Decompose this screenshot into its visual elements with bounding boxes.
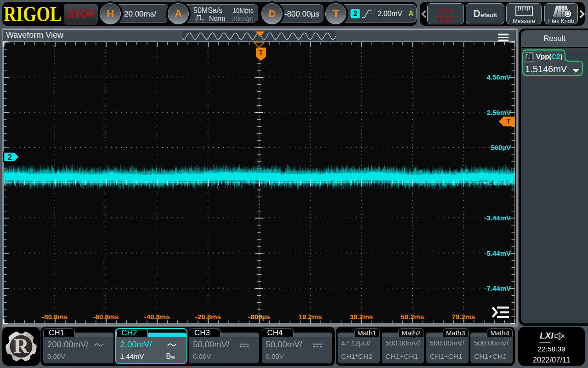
- svg-text:-80.8ms: -80.8ms: [42, 313, 68, 321]
- svg-text:-800µs: -800µs: [248, 313, 270, 321]
- svg-text:2: 2: [7, 153, 12, 162]
- svg-text:2.56mV: 2.56mV: [486, 109, 511, 116]
- svg-text:-20.8ms: -20.8ms: [195, 313, 221, 321]
- svg-text:-40.8ms: -40.8ms: [144, 313, 170, 321]
- svg-text:-3.44mV: -3.44mV: [484, 214, 511, 222]
- svg-text:R: R: [13, 334, 29, 358]
- svg-text:39.2ms: 39.2ms: [350, 313, 373, 321]
- svg-text:1.5146mV: 1.5146mV: [525, 64, 567, 74]
- svg-text:4.56mV: 4.56mV: [486, 73, 511, 81]
- svg-text:79.2ms: 79.2ms: [452, 313, 475, 321]
- svg-text:19.2ms: 19.2ms: [299, 313, 322, 321]
- svg-text:T: T: [259, 49, 263, 57]
- svg-text:-7.44mV: -7.44mV: [484, 284, 511, 292]
- svg-text:59.2ms: 59.2ms: [401, 313, 424, 321]
- svg-text:-60.8ms: -60.8ms: [93, 313, 119, 321]
- svg-text:Vpp(C2): Vpp(C2): [536, 52, 563, 60]
- svg-text:560µV: 560µV: [491, 144, 511, 151]
- svg-text:-1.44mV: -1.44mV: [484, 179, 511, 187]
- svg-text:T: T: [506, 118, 511, 126]
- svg-text:RIGOL: RIGOL: [4, 5, 62, 23]
- svg-text:-5.44mV: -5.44mV: [484, 249, 511, 257]
